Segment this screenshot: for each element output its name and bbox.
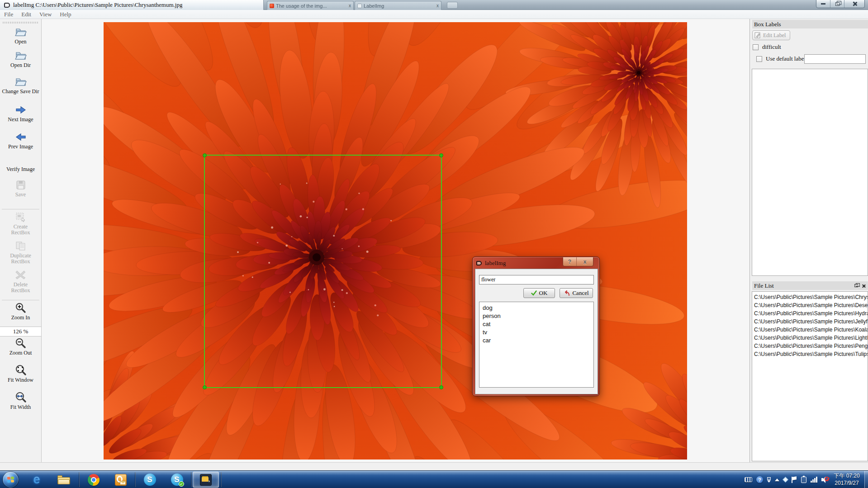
label-option[interactable]: cat [479, 320, 593, 328]
zoom-out-icon [14, 337, 28, 349]
dialog-title: labelImg [485, 260, 506, 267]
label-option[interactable]: person [479, 312, 593, 320]
label-options-list[interactable]: dog person cat tv car [479, 302, 594, 388]
prev-image-button[interactable]: Prev Image [0, 131, 41, 158]
create-rectbox-button[interactable]: Create RectBox [0, 211, 41, 240]
file-row[interactable]: C:\Users\Public\Pictures\Sample Pictures… [752, 342, 868, 350]
volume-muted-icon[interactable] [821, 476, 829, 483]
duplicate-rectbox-button[interactable]: Duplicate RectBox [0, 240, 41, 269]
open-dir-button[interactable]: Open Dir [0, 50, 41, 76]
help-tray-icon[interactable]: ? [756, 476, 763, 483]
labelimg-app-icon [4, 3, 10, 8]
label-option[interactable]: dog [479, 304, 593, 312]
menu-help[interactable]: Help [56, 11, 75, 18]
taskbar-skype[interactable]: S [137, 472, 163, 488]
file-row[interactable]: C:\Users\Public\Pictures\Sample Pictures… [752, 293, 868, 301]
cancel-button[interactable]: Cancel [560, 288, 593, 298]
save-button[interactable]: Save [0, 179, 41, 207]
taskbar-file-explorer[interactable] [51, 472, 77, 488]
zoom-level-value[interactable]: 126 % [0, 327, 41, 336]
taskbar-internet-explorer[interactable]: e [24, 472, 50, 488]
bbox-handle-bottom-left[interactable] [203, 385, 207, 389]
dialog-help-button[interactable]: ? [563, 257, 577, 266]
check-icon [531, 290, 537, 296]
outlook-icon [115, 474, 127, 486]
menu-file[interactable]: File [0, 11, 17, 18]
file-row[interactable]: C:\Users\Public\Pictures\Sample Pictures… [752, 301, 868, 309]
file-list[interactable]: C:\Users\Public\Pictures\Sample Pictures… [752, 291, 868, 461]
next-image-button[interactable]: Next Image [0, 104, 41, 131]
tab-close-icon[interactable]: x [436, 4, 439, 8]
file-row[interactable]: C:\Users\Public\Pictures\Sample Pictures… [752, 334, 868, 342]
label-dialog: labelImg ? x OK Cancel dog person cat tv… [472, 256, 600, 396]
arrow-left-icon [14, 131, 28, 143]
active-window-tab[interactable]: labelImg C:\Users\Public\Pictures\Sample… [0, 0, 264, 10]
system-tray: ? [745, 471, 829, 488]
status-bar [0, 462, 868, 470]
label-option[interactable]: car [479, 336, 593, 345]
dock-close-icon[interactable] [862, 284, 865, 288]
red-page-icon [270, 4, 274, 8]
difficult-checkbox[interactable] [753, 44, 759, 50]
image-canvas[interactable] [42, 19, 749, 462]
bbox-handle-top-left[interactable] [203, 153, 207, 157]
menu-edit[interactable]: Edit [17, 11, 35, 18]
minimize-button[interactable] [816, 0, 830, 8]
touch-keyboard-icon[interactable] [745, 477, 752, 482]
new-tab-button[interactable] [447, 2, 458, 9]
network-signal-icon[interactable] [811, 477, 817, 483]
restore-button[interactable] [830, 0, 844, 8]
box-labels-list[interactable] [752, 69, 868, 276]
dialog-close-button[interactable]: x [577, 257, 593, 266]
taskbar-labelimg-active[interactable]: › [193, 472, 219, 488]
taskbar-separator [79, 472, 80, 487]
taskbar-separator [221, 472, 222, 487]
annotation-bounding-box[interactable] [204, 155, 442, 388]
folder-icon [57, 475, 70, 484]
change-save-dir-button[interactable]: Change Save Dir [0, 76, 41, 104]
verify-image-button[interactable]: Verify Image [0, 158, 41, 179]
default-label-input[interactable] [804, 54, 866, 64]
close-button[interactable] [844, 0, 864, 8]
tab-labelimg[interactable]: LabelImg x [355, 1, 441, 10]
label-option[interactable]: tv [479, 328, 593, 336]
zoom-out-button[interactable]: Zoom Out [0, 337, 41, 361]
edit-label-button[interactable]: Edit Label [752, 30, 790, 40]
taskbar-chrome[interactable] [81, 472, 107, 488]
bbox-handle-top-right[interactable] [439, 153, 443, 157]
arrow-right-icon [14, 104, 28, 116]
file-list-header: File List [752, 281, 868, 290]
taskbar-outlook[interactable] [108, 472, 134, 488]
ok-button[interactable]: OK [523, 288, 555, 298]
dialog-body: OK Cancel dog person cat tv car [475, 269, 598, 394]
zoom-in-button[interactable]: Zoom In [0, 302, 41, 326]
clipboard-icon[interactable] [801, 477, 806, 483]
menu-view[interactable]: View [35, 11, 56, 18]
labelimg-taskbar-icon: › [200, 474, 212, 486]
dock-float-icon[interactable] [854, 284, 858, 287]
delete-rectbox-button[interactable]: Delete RectBox [0, 269, 41, 298]
show-hidden-icons-arrow[interactable] [775, 479, 779, 481]
restore-mini-icon[interactable] [767, 477, 771, 483]
fit-width-button[interactable]: Fit Width [0, 388, 41, 415]
show-desktop-button[interactable] [864, 471, 868, 488]
file-row[interactable]: C:\Users\Public\Pictures\Sample Pictures… [752, 317, 868, 326]
open-button[interactable]: Open [0, 26, 41, 50]
file-row[interactable]: C:\Users\Public\Pictures\Sample Pictures… [752, 326, 868, 334]
tab-usage-page[interactable]: The usage of the img... x [267, 1, 354, 10]
action-center-flag-icon[interactable] [792, 477, 797, 483]
file-row[interactable]: C:\Users\Public\Pictures\Sample Pictures… [752, 350, 868, 358]
label-name-input[interactable] [479, 275, 594, 284]
taskbar-skype-online[interactable]: S [164, 472, 190, 488]
file-row[interactable]: C:\Users\Public\Pictures\Sample Pictures… [752, 309, 868, 317]
start-button[interactable] [2, 471, 19, 488]
taskbar-clock[interactable]: 下午 07:20 2017/9/27 [830, 472, 863, 487]
tab-close-icon[interactable]: x [349, 4, 351, 8]
fit-window-button[interactable]: Fit Window [0, 361, 41, 388]
taskbar-separator [191, 472, 192, 487]
dropbox-icon[interactable] [783, 477, 788, 483]
use-default-label-checkbox[interactable] [756, 56, 762, 62]
bbox-handle-bottom-right[interactable] [439, 385, 443, 389]
folder-open-icon [14, 76, 28, 88]
toolbar-drag-handle[interactable] [3, 22, 38, 24]
